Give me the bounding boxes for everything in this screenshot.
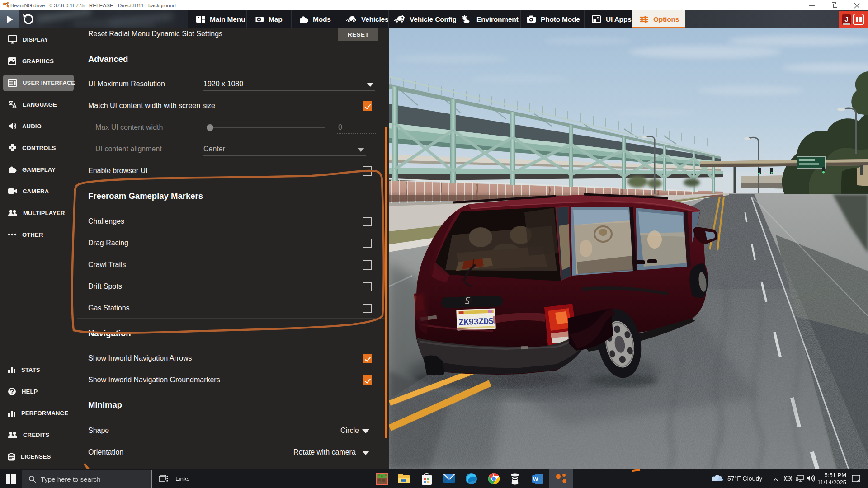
svg-text:W: W — [533, 476, 538, 483]
svg-text:ZK93ZDS: ZK93ZDS — [458, 316, 494, 328]
